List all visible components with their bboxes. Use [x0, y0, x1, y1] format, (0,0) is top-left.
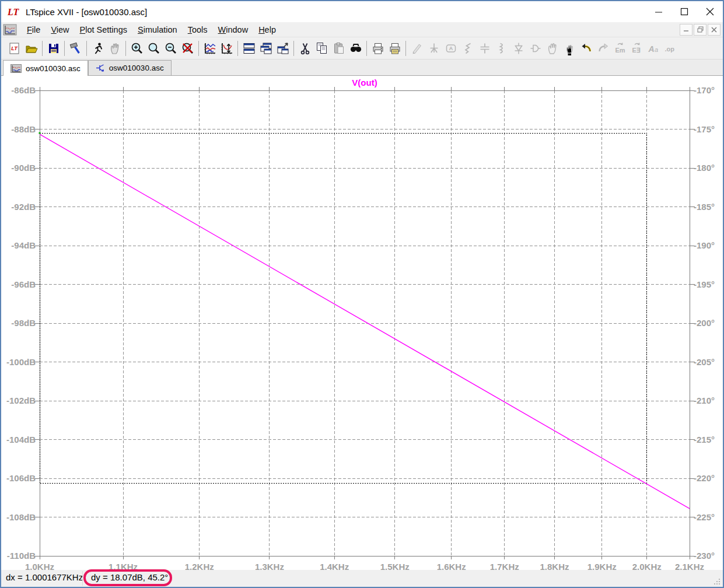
print-preview-button[interactable] — [386, 40, 403, 57]
trace-vout[interactable] — [40, 134, 690, 509]
tab-bar: osw010030.ascosw010030.asc — [1, 60, 723, 76]
x-axis-tick-label[interactable]: 1.9KHz — [587, 562, 617, 570]
y-right-tick-label[interactable]: -220° — [694, 473, 715, 483]
mdi-minimize-button[interactable] — [680, 24, 692, 36]
x-axis-tick-label[interactable]: 1.0KHz — [25, 562, 54, 570]
run-button[interactable] — [89, 40, 106, 57]
x-axis-tick-label[interactable]: 1.2KHz — [185, 562, 214, 570]
y-left-tick-label[interactable]: -92dB — [11, 202, 36, 212]
zoom-area-icon — [147, 41, 161, 55]
resize-grip-icon[interactable] — [713, 578, 721, 586]
spice-directive-button: .op — [662, 40, 679, 57]
y-right-tick-label[interactable]: -185° — [694, 202, 715, 212]
menu-plot-settings[interactable]: Plot Settings — [75, 23, 132, 36]
window-close-button[interactable] — [697, 2, 723, 22]
menu-tools[interactable]: Tools — [183, 23, 213, 36]
inductor-icon — [495, 41, 509, 55]
paste-button — [330, 40, 347, 57]
menu-view[interactable]: View — [46, 23, 74, 36]
tile-horizontal-button[interactable] — [240, 40, 257, 57]
y-left-tick-label[interactable]: -108dB — [6, 512, 36, 522]
paste-icon — [332, 41, 346, 55]
cut-button[interactable] — [296, 40, 313, 57]
mdi-window-controls — [680, 24, 720, 36]
svg-text:LT: LT — [7, 7, 19, 17]
y-right-tick-label[interactable]: -195° — [694, 279, 715, 289]
y-right-tick-label[interactable]: -225° — [694, 512, 715, 522]
menu-help[interactable]: Help — [253, 23, 281, 36]
tab-label: osw010030.asc — [26, 64, 81, 73]
plot-settings-button[interactable] — [218, 40, 235, 57]
title-bar[interactable]: LT LTspice XVII - [osw010030.asc] — [1, 1, 723, 22]
find-button[interactable] — [347, 40, 364, 57]
x-axis-tick-label[interactable]: 2.0KHz — [632, 562, 662, 570]
menu-file[interactable]: File — [22, 23, 46, 36]
y-right-tick-label[interactable]: -170° — [694, 85, 715, 95]
copy-button[interactable] — [313, 40, 330, 57]
waveform-document-icon[interactable] — [3, 24, 17, 36]
y-left-tick-label[interactable]: -86dB — [11, 85, 36, 95]
x-axis-tick-label[interactable]: 1.7KHz — [490, 562, 519, 570]
y-left-tick-label[interactable]: -96dB — [11, 279, 36, 289]
diode-button — [510, 40, 527, 57]
y-right-tick-label[interactable]: -200° — [694, 318, 715, 328]
y-right-tick-label[interactable]: -215° — [694, 435, 715, 444]
y-right-tick-label[interactable]: -175° — [694, 124, 715, 134]
x-axis-tick-label[interactable]: 2.1KHz — [675, 562, 704, 570]
x-axis-tick-label[interactable]: 1.8KHz — [540, 562, 569, 570]
ground-icon — [427, 41, 441, 55]
y-right-tick-label[interactable]: -210° — [694, 396, 715, 405]
autorange-y-axis-button[interactable] — [201, 40, 218, 57]
new-schematic-button[interactable]: LT — [6, 40, 23, 57]
rotate-button: E∃ — [628, 40, 645, 57]
y-left-tick-label[interactable]: -102dB — [6, 396, 36, 405]
x-axis-tick-label[interactable]: 1.1KHz — [109, 562, 138, 570]
plot-settings-icon — [220, 41, 234, 55]
y-left-tick-label[interactable]: -88dB — [11, 124, 36, 134]
y-right-tick-label[interactable]: -190° — [694, 240, 715, 250]
x-axis-tick-label[interactable]: 1.5KHz — [380, 562, 410, 570]
y-left-tick-label[interactable]: -100dB — [6, 357, 36, 367]
y-left-tick-label[interactable]: -106dB — [6, 473, 36, 483]
y-left-tick-label[interactable]: -98dB — [11, 318, 36, 328]
window-maximize-button[interactable] — [671, 2, 697, 22]
toolbar-separator — [64, 41, 65, 56]
print-preview-icon — [388, 41, 402, 55]
print-button[interactable] — [369, 40, 386, 57]
tab-schematic-osw010030.asc[interactable]: osw010030.asc — [88, 60, 172, 75]
y-right-tick-label[interactable]: -205° — [694, 357, 715, 367]
window-title: LTspice XVII - [osw010030.asc] — [26, 7, 147, 17]
x-axis-tick-label[interactable]: 1.6KHz — [437, 562, 466, 570]
y-right-tick-label[interactable]: -180° — [694, 163, 715, 173]
zoom-out-button[interactable] — [162, 40, 179, 57]
tile-vertical-icon — [276, 41, 290, 55]
zoom-area-button[interactable] — [145, 40, 162, 57]
open-button[interactable] — [23, 40, 40, 57]
menu-window[interactable]: Window — [213, 23, 254, 36]
zoom-full-extents-button[interactable] — [179, 40, 196, 57]
mdi-close-button[interactable] — [708, 24, 720, 36]
waveform-pane[interactable]: V(out) 1.0KHz1.1KHz1.2KHz1.3KHz1.4KHz1.5… — [1, 76, 723, 570]
tile-vertical-button[interactable] — [274, 40, 291, 57]
y-left-tick-label[interactable]: -104dB — [6, 435, 36, 444]
cascade-windows-button[interactable] — [257, 40, 274, 57]
svg-text:A: A — [648, 44, 654, 53]
toolbar-separator — [86, 41, 87, 56]
y-left-tick-label[interactable]: -90dB — [11, 163, 36, 173]
undo-button[interactable] — [578, 40, 594, 57]
y-left-tick-label[interactable]: -94dB — [11, 240, 36, 250]
tab-waveform-osw010030.asc[interactable]: osw010030.asc — [3, 60, 88, 76]
x-axis-tick-label[interactable]: 1.3KHz — [255, 562, 284, 570]
toolbar-separator — [366, 41, 367, 56]
zoom-in-button[interactable] — [128, 40, 145, 57]
control-panel-button[interactable] — [67, 40, 84, 57]
y-left-tick-label[interactable]: -110dB — [7, 551, 36, 561]
window-minimize-button[interactable] — [646, 2, 671, 22]
toolbar-separator — [405, 41, 406, 56]
save-button[interactable] — [45, 40, 62, 57]
menu-simulation[interactable]: Simulation — [132, 23, 183, 36]
x-axis-tick-label[interactable]: 1.4KHz — [320, 562, 349, 570]
toolbar-separator — [125, 41, 126, 56]
mdi-restore-button[interactable] — [694, 24, 706, 36]
y-right-tick-label[interactable]: -230° — [694, 551, 715, 561]
